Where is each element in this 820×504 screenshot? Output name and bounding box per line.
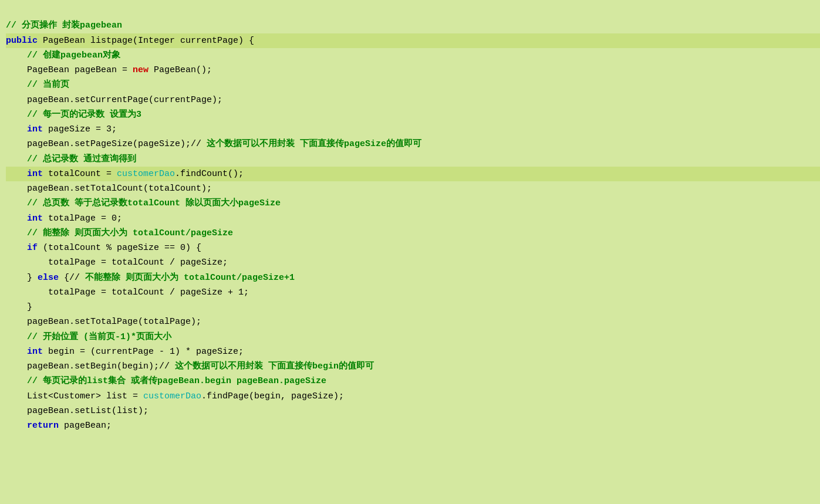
code-segment: 每页记录的list集合 或者传pageBean.begin pageBean.p…	[43, 376, 326, 386]
code-segment: //	[6, 80, 43, 90]
code-segment: else	[38, 273, 59, 283]
code-segment: totalPage = totalCount / pageSize;	[6, 258, 228, 268]
code-line: pageBean.setCurrentPage(currentPage);	[6, 93, 820, 107]
code-segment: {//	[59, 273, 85, 283]
code-line: // 创建pagebean对象	[6, 48, 820, 63]
code-segment: customerDao	[117, 169, 175, 179]
code-editor: // 分页操作 封装pagebeanpublic PageBean listpa…	[0, 0, 820, 438]
code-line: totalPage = totalCount / pageSize + 1;	[6, 285, 820, 300]
code-segment	[6, 347, 27, 357]
code-line: } else {// 不能整除 则页面大小为 totalCount/pageSi…	[6, 270, 820, 285]
code-segment	[6, 243, 27, 253]
code-segment: pageBean.setTotalPage(totalPage);	[6, 317, 201, 327]
code-segment: pageBean.setBegin(begin);//	[6, 361, 175, 371]
code-segment: 能整除 则页面大小为 totalCount/pageSize	[43, 228, 233, 238]
code-line: pageBean.setPageSize(pageSize);// 这个数据可以…	[6, 137, 820, 151]
code-line: List<Customer> list = customerDao.findPa…	[6, 389, 820, 404]
code-segment: 总页数 等于总记录数totalCount 除以页面大小pageSize	[43, 198, 281, 208]
code-segment: 开始位置 (当前页-1)*页面大小	[43, 332, 171, 342]
code-segment: //	[6, 198, 43, 208]
code-segment: 每一页的记录数 设置为3	[43, 110, 141, 120]
code-segment: public	[6, 36, 38, 46]
code-segment: List<Customer> list =	[6, 391, 143, 401]
code-segment	[6, 124, 27, 134]
code-segment: int	[27, 169, 43, 179]
code-segment: if	[27, 243, 38, 253]
code-line: // 总记录数 通过查询得到	[6, 152, 820, 167]
code-line: int totalPage = 0;	[6, 211, 820, 226]
code-segment: 分页操作 封装pagebean	[22, 21, 122, 31]
code-segment: .findCount();	[175, 169, 244, 179]
code-segment: //	[6, 154, 43, 164]
code-segment: int	[27, 124, 43, 134]
code-segment: }	[6, 273, 38, 283]
code-segment: PageBean();	[149, 65, 212, 75]
code-line: if (totalCount % pageSize == 0) {	[6, 241, 820, 255]
code-segment: pageBean.setTotalCount(totalCount);	[6, 184, 212, 194]
code-line: // 每页记录的list集合 或者传pageBean.begin pageBea…	[6, 374, 820, 388]
code-line: PageBean pageBean = new PageBean();	[6, 63, 820, 77]
code-segment: 当前页	[43, 80, 69, 90]
code-segment: //	[6, 376, 43, 386]
code-segment: //	[6, 228, 43, 238]
code-segment: new	[133, 65, 149, 75]
code-segment	[6, 169, 27, 179]
code-segment: }	[6, 302, 32, 312]
code-segment: pageBean.setCurrentPage(currentPage);	[6, 95, 222, 105]
code-line: return pageBean;	[6, 418, 820, 433]
code-line: public PageBean listpage(Integer current…	[6, 33, 820, 48]
code-segment: //	[6, 332, 43, 342]
code-line: // 开始位置 (当前页-1)*页面大小	[6, 330, 820, 344]
code-line: // 当前页	[6, 77, 820, 92]
code-segment: pageSize = 3;	[43, 124, 117, 134]
code-line: pageBean.setTotalPage(totalPage);	[6, 314, 820, 329]
code-segment: customerDao	[143, 391, 201, 401]
code-segment: 这个数据可以不用封装 下面直接传pageSize的值即可	[207, 139, 421, 149]
code-line: // 每一页的记录数 设置为3	[6, 107, 820, 122]
code-segment: int	[27, 347, 43, 357]
code-line: totalPage = totalCount / pageSize;	[6, 255, 820, 270]
code-segment: pageBean;	[59, 421, 112, 431]
code-line: int totalCount = customerDao.findCount()…	[6, 167, 820, 181]
code-segment	[6, 214, 27, 224]
code-segment: //	[6, 21, 22, 31]
code-segment: totalPage = totalCount / pageSize + 1;	[6, 287, 249, 297]
code-segment: 创建pagebean对象	[43, 50, 120, 60]
code-segment: 总记录数 通过查询得到	[43, 154, 136, 164]
code-line: // 能整除 则页面大小为 totalCount/pageSize	[6, 226, 820, 241]
code-line: pageBean.setTotalCount(totalCount);	[6, 181, 820, 196]
code-segment: .findPage(begin, pageSize);	[201, 391, 344, 401]
code-line: // 总页数 等于总记录数totalCount 除以页面大小pageSize	[6, 196, 820, 211]
code-segment: PageBean listpage(Integer currentPage) {	[38, 36, 254, 46]
code-segment: totalPage = 0;	[43, 214, 122, 224]
code-line: pageBean.setBegin(begin);// 这个数据可以不用封装 下…	[6, 359, 820, 374]
code-segment: 这个数据可以不用封装 下面直接传begin的值即可	[175, 361, 374, 371]
code-line: }	[6, 300, 820, 314]
code-segment	[6, 421, 27, 431]
code-line: // 分页操作 封装pagebean	[6, 18, 820, 33]
code-segment: 不能整除 则页面大小为 totalCount/pageSize+1	[85, 273, 295, 283]
code-segment: begin = (currentPage - 1) * pageSize;	[43, 347, 244, 357]
code-segment: //	[6, 50, 43, 60]
code-segment: PageBean pageBean =	[6, 65, 133, 75]
code-line: int pageSize = 3;	[6, 122, 820, 137]
code-segment: totalCount =	[43, 169, 117, 179]
code-line: int begin = (currentPage - 1) * pageSize…	[6, 344, 820, 359]
code-segment: int	[27, 214, 43, 224]
code-segment: return	[27, 421, 59, 431]
code-segment: pageBean.setPageSize(pageSize);//	[6, 139, 207, 149]
code-line: pageBean.setList(list);	[6, 404, 820, 418]
code-segment: //	[6, 110, 43, 120]
code-segment: (totalCount % pageSize == 0) {	[38, 243, 201, 253]
code-segment: pageBean.setList(list);	[6, 406, 149, 416]
